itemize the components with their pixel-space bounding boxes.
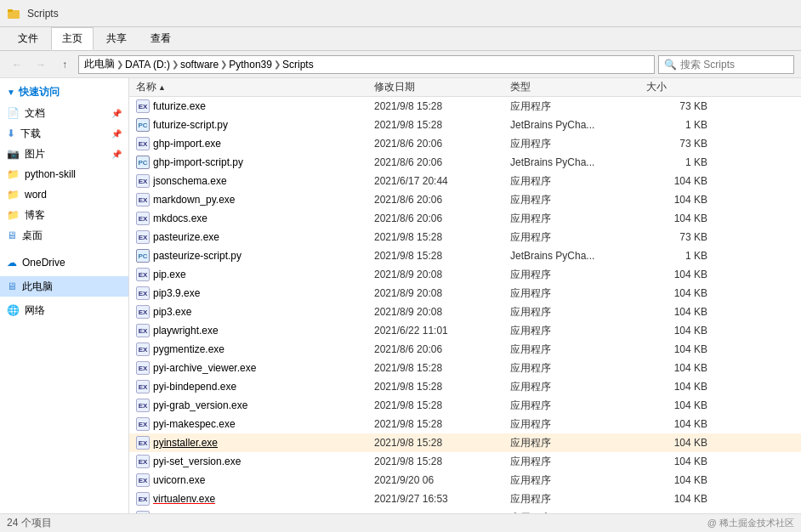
file-date: 2021/8/9 20:08 bbox=[374, 306, 510, 318]
file-type: 应用程序 bbox=[510, 324, 646, 338]
search-box[interactable]: 🔍 bbox=[658, 55, 794, 74]
sidebar-item-desktop[interactable]: 🖥 桌面 bbox=[0, 225, 128, 246]
nav-back-button[interactable]: ← bbox=[7, 54, 27, 75]
main-layout: ▼ 快速访问 📄 文档 📌 ⬇ 下载 📌 📷 图片 📌 📁 python-ski… bbox=[0, 78, 801, 513]
word-label: word bbox=[25, 189, 122, 201]
folder-icon-3: 📁 bbox=[7, 189, 20, 201]
file-date: 2021/8/6 20:06 bbox=[374, 212, 510, 224]
tab-share[interactable]: 共享 bbox=[95, 27, 138, 50]
table-row[interactable]: EX markdown_py.exe 2021/8/6 20:06 应用程序 1… bbox=[129, 190, 801, 209]
documents-icon: 📄 bbox=[7, 107, 20, 119]
table-row[interactable]: EX pyi-bindepend.exe 2021/9/8 15:28 应用程序… bbox=[129, 377, 801, 396]
sidebar-item-documents[interactable]: 📄 文档 📌 bbox=[0, 103, 128, 123]
table-row[interactable]: EX pip.exe 2021/8/9 20:08 应用程序 104 KB bbox=[129, 265, 801, 284]
sidebar-item-python-skill[interactable]: 📁 python-skill bbox=[0, 164, 128, 184]
this-pc-icon: 🖥 bbox=[7, 280, 17, 292]
table-row[interactable]: EX ghp-import.exe 2021/8/6 20:06 应用程序 73… bbox=[129, 134, 801, 153]
table-row[interactable]: EX pygmentize.exe 2021/8/6 20:06 应用程序 10… bbox=[129, 340, 801, 359]
table-row[interactable]: EX watchmedo.exe 2021/8/6 20:06 应用程序 104… bbox=[129, 508, 801, 513]
tab-home[interactable]: 主页 bbox=[51, 27, 94, 50]
file-name-cell: EX pip3.9.exe bbox=[136, 286, 374, 300]
search-input[interactable] bbox=[680, 59, 788, 71]
table-row[interactable]: EX pasteurize.exe 2021/9/8 15:28 应用程序 73… bbox=[129, 228, 801, 246]
sidebar-item-this-pc[interactable]: 🖥 此电脑 bbox=[0, 276, 128, 297]
table-row[interactable]: EX jsonschema.exe 2021/6/17 20:44 应用程序 1… bbox=[129, 172, 801, 190]
file-type: 应用程序 bbox=[510, 492, 646, 507]
sidebar-item-onedrive[interactable]: ☁ OneDrive bbox=[0, 252, 128, 273]
address-path[interactable]: 此电脑 ❯ DATA (D:) ❯ software ❯ Python39 ❯ … bbox=[78, 55, 655, 74]
file-type: 应用程序 bbox=[510, 174, 646, 189]
nav-forward-button[interactable]: → bbox=[31, 54, 51, 75]
sidebar-item-blog[interactable]: 📁 博客 bbox=[0, 205, 128, 225]
ribbon-tabs: 文件 主页 共享 查看 bbox=[0, 27, 801, 50]
file-name-cell: EX pyi-archive_viewer.exe bbox=[136, 361, 374, 375]
file-name: futurize.exe bbox=[153, 100, 206, 112]
file-type: 应用程序 bbox=[510, 417, 646, 432]
item-count: 24 个项目 bbox=[7, 516, 52, 530]
tab-view[interactable]: 查看 bbox=[139, 27, 182, 50]
table-row[interactable]: EX pip3.9.exe 2021/8/9 20:08 应用程序 104 KB bbox=[129, 284, 801, 303]
col-header-size[interactable]: 大小 bbox=[646, 80, 714, 94]
table-row[interactable]: PC ghp-import-script.py 2021/8/6 20:06 J… bbox=[129, 153, 801, 172]
col-header-date[interactable]: 修改日期 bbox=[374, 80, 510, 94]
file-date: 2021/9/8 15:28 bbox=[374, 381, 510, 393]
file-date: 2021/9/8 15:28 bbox=[374, 119, 510, 131]
folder-icon-2: 📁 bbox=[7, 168, 20, 180]
nav-up-button[interactable]: ↑ bbox=[54, 54, 75, 75]
file-size: 104 KB bbox=[646, 418, 714, 430]
quick-access-header: ▼ 快速访问 bbox=[0, 82, 128, 103]
file-size: 104 KB bbox=[646, 437, 714, 449]
table-row[interactable]: EX pyinstaller.exe 2021/9/8 15:28 应用程序 1… bbox=[129, 433, 801, 452]
sidebar-item-network[interactable]: 🌐 网络 bbox=[0, 300, 128, 320]
breadcrumb-software[interactable]: software bbox=[180, 59, 219, 71]
file-name-cell: EX pyinstaller.exe bbox=[136, 436, 374, 450]
file-date: 2021/9/8 15:28 bbox=[374, 250, 510, 262]
file-size: 104 KB bbox=[646, 493, 714, 505]
table-row[interactable]: EX pyi-archive_viewer.exe 2021/9/8 15:28… bbox=[129, 359, 801, 377]
file-size: 104 KB bbox=[646, 474, 714, 486]
col-header-type[interactable]: 类型 bbox=[510, 80, 646, 94]
file-name-cell: EX pyi-grab_version.exe bbox=[136, 399, 374, 412]
table-row[interactable]: EX uvicorn.exe 2021/9/20 06 应用程序 104 KB bbox=[129, 471, 801, 490]
table-row[interactable]: EX pyi-grab_version.exe 2021/9/8 15:28 应… bbox=[129, 396, 801, 415]
file-name-cell: PC futurize-script.py bbox=[136, 118, 374, 132]
file-type: 应用程序 bbox=[510, 399, 646, 413]
file-name: playwright.exe bbox=[153, 325, 219, 337]
table-row[interactable]: PC futurize-script.py 2021/9/8 15:28 Jet… bbox=[129, 116, 801, 134]
quick-access-label: 快速访问 bbox=[19, 85, 60, 99]
table-row[interactable]: EX pip3.exe 2021/8/9 20:08 应用程序 104 KB bbox=[129, 303, 801, 321]
sidebar-item-word[interactable]: 📁 word bbox=[0, 184, 128, 205]
table-row[interactable]: EX virtualenv.exe 2021/9/27 16:53 应用程序 1… bbox=[129, 490, 801, 508]
tab-file[interactable]: 文件 bbox=[7, 27, 49, 50]
breadcrumb-python39[interactable]: Python39 bbox=[229, 59, 272, 71]
file-name-cell: PC ghp-import-script.py bbox=[136, 156, 374, 169]
file-name: pyi-set_version.exe bbox=[153, 456, 241, 467]
exe-icon: EX bbox=[136, 473, 150, 487]
breadcrumb-scripts[interactable]: Scripts bbox=[282, 59, 314, 71]
file-name: mkdocs.exe bbox=[153, 212, 207, 224]
table-row[interactable]: EX playwright.exe 2021/6/22 11:01 应用程序 1… bbox=[129, 321, 801, 340]
exe-icon: EX bbox=[136, 342, 150, 356]
file-size: 104 KB bbox=[646, 512, 714, 513]
breadcrumb-data[interactable]: DATA (D:) bbox=[125, 59, 170, 71]
file-name-cell: EX ghp-import.exe bbox=[136, 137, 374, 150]
sidebar-item-downloads[interactable]: ⬇ 下载 📌 bbox=[0, 123, 128, 144]
file-type: 应用程序 bbox=[510, 436, 646, 450]
file-name-cell: EX pyi-set_version.exe bbox=[136, 455, 374, 468]
file-size: 104 KB bbox=[646, 325, 714, 337]
file-name: uvicorn.exe bbox=[153, 474, 205, 486]
table-row[interactable]: EX pyi-makespec.exe 2021/9/8 15:28 应用程序 … bbox=[129, 415, 801, 433]
sidebar-item-pictures[interactable]: 📷 图片 📌 bbox=[0, 144, 128, 164]
file-name: pygmentize.exe bbox=[153, 343, 224, 355]
file-type: JetBrains PyCha... bbox=[510, 156, 646, 168]
file-name-cell: EX pyi-bindepend.exe bbox=[136, 380, 374, 393]
file-size: 104 KB bbox=[646, 194, 714, 206]
table-row[interactable]: PC pasteurize-script.py 2021/9/8 15:28 J… bbox=[129, 246, 801, 265]
network-icon: 🌐 bbox=[7, 304, 20, 316]
col-header-name[interactable]: 名称 ▲ bbox=[136, 80, 374, 94]
folder-icon-4: 📁 bbox=[7, 209, 20, 221]
table-row[interactable]: EX pyi-set_version.exe 2021/9/8 15:28 应用… bbox=[129, 452, 801, 471]
table-row[interactable]: EX futurize.exe 2021/9/8 15:28 应用程序 73 K… bbox=[129, 97, 801, 116]
breadcrumb-pc[interactable]: 此电脑 bbox=[84, 57, 115, 71]
table-row[interactable]: EX mkdocs.exe 2021/8/6 20:06 应用程序 104 KB bbox=[129, 209, 801, 228]
